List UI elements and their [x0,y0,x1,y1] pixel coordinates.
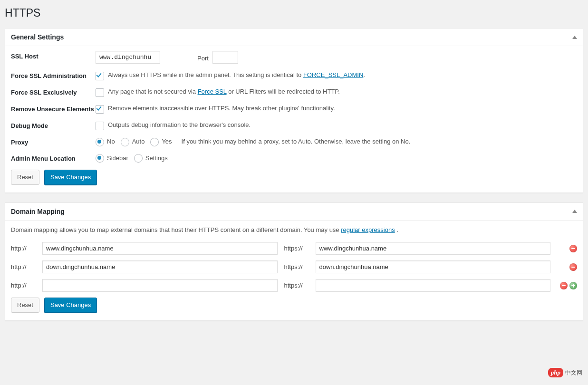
general-settings-heading: General Settings [11,33,64,41]
save-changes-button[interactable]: Save Changes [44,170,97,185]
checkbox-force-admin[interactable] [96,72,104,80]
remove-icon[interactable] [569,245,577,252]
prefix-https: https:// [284,282,311,289]
save-changes-button[interactable]: Save Changes [44,298,97,313]
label-admin-menu-location: Admin Menu Location [11,153,96,163]
radio-label-proxy-yes: Yes [162,137,172,146]
link-force-ssl-admin[interactable]: FORCE_SSL_ADMIN [303,71,363,78]
label-force-exclusively: Force SSL Exclusively [11,87,96,96]
general-settings-panel: General Settings SSL Host Port Force SSL… [5,28,583,193]
mapping-row: http:// https:// [11,279,577,292]
row-remove-unsecure: Remove Unsecure Elements Remove elements… [11,104,577,114]
prefix-http: http:// [11,245,38,252]
row-proxy: Proxy No Auto Yes If you think you may b… [11,137,577,146]
desc-force-exclusively: Any page that is not secured via Force S… [108,87,340,96]
radio-label-proxy-auto: Auto [132,137,145,146]
label-proxy: Proxy [11,137,96,146]
mapping-row: http:// https:// [11,242,577,255]
prefix-http: http:// [11,282,38,289]
add-icon[interactable] [569,282,577,289]
link-force-ssl[interactable]: Force SSL [198,88,227,95]
remove-icon[interactable] [560,282,568,289]
prefix-https: https:// [284,263,311,270]
ssl-host-input[interactable] [96,51,160,64]
row-force-admin: Force SSL Administration Always use HTTP… [11,70,577,80]
mapping-https-input-1[interactable] [316,260,551,273]
mapping-http-input-2[interactable] [42,279,278,292]
prefix-http: http:// [11,263,38,270]
row-force-exclusively: Force SSL Exclusively Any page that is n… [11,87,577,97]
radio-label-adminloc-sidebar: Sidebar [107,154,128,163]
port-input[interactable] [212,51,238,64]
radio-proxy-no[interactable] [96,138,104,146]
hint-proxy: If you think you may behind a proxy, set… [182,137,411,146]
radio-proxy-auto[interactable] [121,138,129,146]
row-debug-mode: Debug Mode Outputs debug information to … [11,120,577,130]
radio-adminloc-sidebar[interactable] [96,154,104,163]
label-force-admin: Force SSL Administration [11,70,96,80]
label-ssl-host: SSL Host [11,51,96,60]
domain-mapping-panel: Domain Mapping Domain mapping allows you… [5,202,583,321]
link-regex[interactable]: regular expressions [341,226,395,233]
radio-label-adminloc-settings: Settings [145,154,168,163]
radio-label-proxy-no: No [107,137,115,146]
desc-force-admin: Always use HTTPS while in the admin pane… [108,70,365,80]
row-ssl-host: SSL Host Port [11,51,577,64]
desc-debug-mode: Outputs debug information to the browser… [108,120,251,130]
mapping-https-input-2[interactable] [316,279,551,292]
radio-proxy-yes[interactable] [150,138,159,146]
page-title: HTTPS [5,7,583,19]
mapping-description: Domain mapping allows you to map externa… [11,225,577,235]
panel-header-general[interactable]: General Settings [5,29,583,46]
checkbox-remove-unsecure[interactable] [96,105,104,114]
panel-header-mapping[interactable]: Domain Mapping [5,203,583,221]
checkbox-force-exclusively[interactable] [96,88,104,97]
collapse-icon[interactable] [572,210,577,213]
mapping-row: http:// https:// [11,260,577,273]
mapping-http-input-0[interactable] [42,242,278,255]
prefix-https: https:// [284,245,311,252]
reset-button[interactable]: Reset [11,170,39,185]
checkbox-debug-mode[interactable] [96,122,104,130]
mapping-https-input-0[interactable] [316,242,551,255]
remove-icon[interactable] [569,263,577,271]
label-remove-unsecure: Remove Unsecure Elements [11,104,96,113]
label-debug-mode: Debug Mode [11,120,96,130]
mapping-http-input-1[interactable] [42,260,278,273]
radio-adminloc-settings[interactable] [134,154,143,163]
domain-mapping-heading: Domain Mapping [11,208,65,215]
label-port: Port [197,51,209,63]
reset-button[interactable]: Reset [11,298,39,313]
desc-remove-unsecure: Remove elements inaccessible over HTTPS.… [108,104,335,113]
collapse-icon[interactable] [572,36,577,39]
row-admin-menu-location: Admin Menu Location Sidebar Settings [11,153,577,163]
